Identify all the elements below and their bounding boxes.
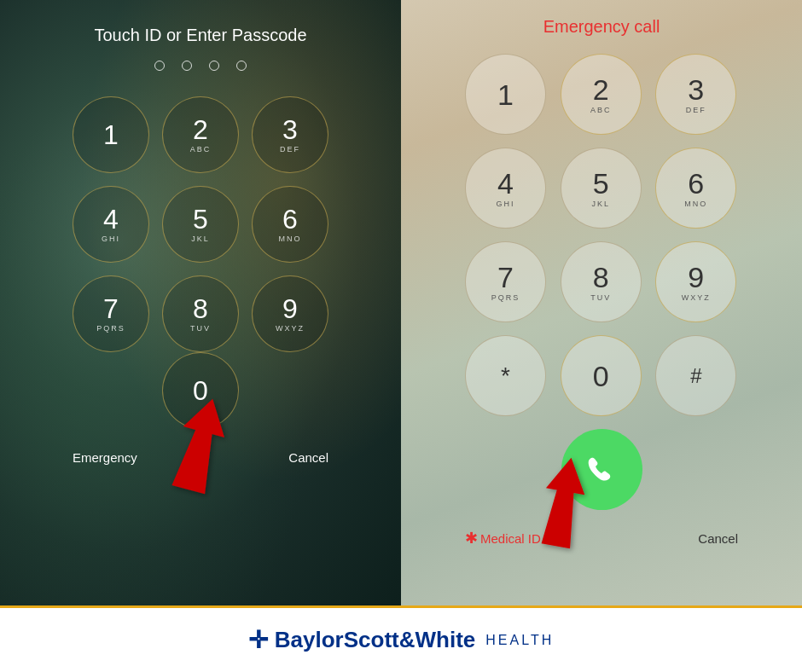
emergency-button[interactable]: Emergency [73,450,137,465]
baylor-health-text: HEALTH [485,633,554,648]
baylor-logo: ✛ BaylorScott&White HEALTH [248,626,554,654]
medical-star-icon: ✱ [465,529,478,547]
dot-2 [182,61,192,71]
svg-marker-0 [168,393,234,495]
key-3[interactable]: 3DEF [252,96,328,173]
key-1-right[interactable]: 1 [465,54,546,135]
baylor-cross-icon: ✛ [248,626,268,654]
key-8-right[interactable]: 8TUV [561,241,642,322]
baylor-brand-text: BaylorScott&White [275,627,475,653]
key-3-right[interactable]: 3DEF [655,54,736,135]
key-6-right[interactable]: 6MNO [655,148,736,229]
medical-id-button[interactable]: ✱ Medical ID [465,529,541,547]
arrow-left [149,389,252,503]
passcode-dots [154,61,247,71]
key-9[interactable]: 9WXYZ [252,275,328,352]
key-hash-right[interactable]: # [655,335,736,416]
right-panel: Emergency call 1 2ABC 3DEF 4GHI 5JKL 6MN… [401,0,802,605]
key-7[interactable]: 7PQRS [73,275,149,352]
left-keypad: 1 2ABC 3DEF 4GHI 5JKL 6MNO 7PQRS 8TUV 9W… [73,96,328,352]
key-2[interactable]: 2ABC [162,96,239,173]
bottom-right-area: ✱ Medical ID Cancel [465,429,738,547]
key-6[interactable]: 6MNO [252,186,328,263]
key-4[interactable]: 4GHI [73,186,149,263]
cancel-button-left[interactable]: Cancel [288,450,328,465]
footer: ✛ BaylorScott&White HEALTH [0,605,802,672]
cancel-button-right[interactable]: Cancel [698,531,738,546]
dot-1 [154,61,165,71]
dot-3 [209,61,219,71]
key-star-right[interactable]: * [465,335,546,416]
passcode-title: Touch ID or Enter Passcode [94,26,306,45]
right-keypad: 1 2ABC 3DEF 4GHI 5JKL 6MNO 7PQRS 8TUV 9W… [465,54,738,416]
key-5-right[interactable]: 5JKL [561,148,642,229]
key-0-right[interactable]: 0 [561,335,642,416]
key-4-right[interactable]: 4GHI [465,148,546,229]
key-8[interactable]: 8TUV [162,275,239,352]
key-9-right[interactable]: 9WXYZ [655,241,736,322]
key-1[interactable]: 1 [73,96,149,173]
call-button[interactable] [561,429,642,510]
key-7-right[interactable]: 7PQRS [465,241,546,322]
key-5[interactable]: 5JKL [162,186,239,263]
right-bottom-row: ✱ Medical ID Cancel [465,529,738,547]
left-panel: Touch ID or Enter Passcode 1 2ABC 3DEF 4… [0,0,401,605]
dot-4 [236,61,247,71]
key-2-right[interactable]: 2ABC [561,54,642,135]
emergency-call-title: Emergency call [543,17,660,37]
